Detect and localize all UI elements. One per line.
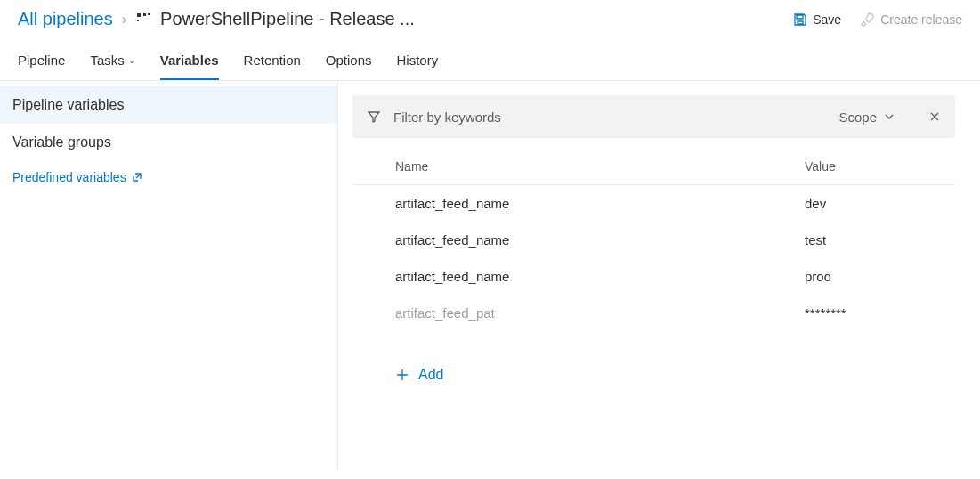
tab-options[interactable]: Options — [326, 42, 372, 80]
variable-value-cell: dev — [805, 196, 955, 211]
variable-value-cell: ******** — [805, 305, 955, 321]
sidebar-item-predefined-variables[interactable]: Predefined variables — [0, 161, 337, 195]
svg-rect-3 — [137, 20, 139, 21]
content-body: Pipeline variables Variable groups Prede… — [0, 81, 980, 471]
sidebar-item-label: Pipeline variables — [12, 97, 124, 113]
scope-label: Scope — [838, 110, 877, 125]
tab-retention[interactable]: Retention — [244, 42, 301, 80]
svg-rect-2 — [148, 13, 150, 15]
create-release-button: Create release — [861, 12, 962, 27]
variable-value-cell: prod — [805, 269, 955, 284]
sidebar-item-variable-groups[interactable]: Variable groups — [0, 124, 337, 161]
chevron-right-icon: › — [122, 12, 126, 28]
variable-name-cell: artifact_feed_name — [395, 232, 805, 248]
table-row[interactable]: artifact_feed_pat******** — [352, 295, 955, 331]
tab-history[interactable]: History — [397, 42, 439, 80]
col-header-value: Value — [805, 159, 955, 174]
tab-bar: Pipeline Tasks ⌄ Variables Retention Opt… — [0, 42, 980, 81]
table-row[interactable]: artifact_feed_nametest — [352, 222, 955, 258]
variable-value-cell: test — [805, 232, 955, 248]
add-label: Add — [418, 367, 443, 383]
save-icon — [793, 12, 807, 27]
variable-name-cell: artifact_feed_name — [395, 269, 805, 284]
variable-name-cell: artifact_feed_pat — [395, 305, 805, 321]
svg-rect-1 — [143, 13, 146, 16]
page-title: PowerShellPipeline - Release ... — [160, 9, 415, 29]
tab-pipeline[interactable]: Pipeline — [18, 42, 65, 80]
tab-variables[interactable]: Variables — [160, 42, 219, 80]
tab-history-label: History — [397, 53, 439, 68]
sidebar-item-label: Variable groups — [12, 134, 111, 150]
external-link-icon — [132, 172, 142, 183]
scope-dropdown[interactable]: Scope — [838, 110, 895, 125]
filter-input[interactable] — [393, 110, 826, 125]
tab-variables-label: Variables — [160, 53, 219, 68]
create-release-label: Create release — [880, 12, 962, 27]
header: All pipelines › PowerShellPipeline - Rel… — [0, 0, 980, 42]
tab-tasks[interactable]: Tasks ⌄ — [90, 42, 134, 80]
chevron-down-icon: ⌄ — [128, 55, 135, 65]
variable-name-cell: artifact_feed_name — [395, 196, 805, 211]
filter-icon — [367, 110, 381, 124]
sidebar-item-label: Predefined variables — [12, 170, 126, 184]
close-icon[interactable] — [928, 110, 941, 123]
tab-options-label: Options — [326, 53, 372, 68]
col-header-name: Name — [395, 159, 805, 174]
tab-pipeline-label: Pipeline — [18, 53, 65, 68]
chevron-down-icon — [884, 111, 895, 122]
table-header: Name Value — [352, 147, 955, 185]
pipeline-icon — [135, 12, 151, 28]
rocket-icon — [861, 12, 875, 27]
svg-rect-0 — [137, 13, 141, 17]
breadcrumb-root-link[interactable]: All pipelines — [18, 9, 113, 29]
sidebar: Pipeline variables Variable groups Prede… — [0, 81, 338, 471]
main-panel: Scope Name Value artifact_feed_namedevar… — [338, 81, 980, 471]
sidebar-item-pipeline-variables[interactable]: Pipeline variables — [0, 86, 337, 124]
breadcrumb: All pipelines › PowerShellPipeline - Rel… — [18, 9, 415, 29]
variables-table: Name Value artifact_feed_namedevartifact… — [352, 147, 955, 331]
filter-bar: Scope — [352, 95, 955, 138]
table-row[interactable]: artifact_feed_namedev — [352, 185, 955, 222]
header-actions: Save Create release — [793, 12, 962, 27]
tab-retention-label: Retention — [244, 53, 301, 68]
save-button[interactable]: Save — [793, 12, 841, 27]
add-button[interactable]: Add — [352, 331, 955, 383]
table-row[interactable]: artifact_feed_nameprod — [352, 258, 955, 295]
plus-icon — [395, 368, 409, 382]
tab-tasks-label: Tasks — [90, 53, 124, 68]
save-label: Save — [813, 12, 841, 27]
